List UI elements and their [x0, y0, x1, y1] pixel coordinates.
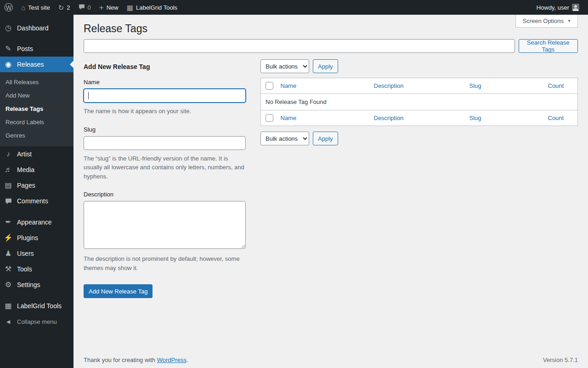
- footer-thanks: Thank you for creating with WordPress.: [84, 356, 188, 363]
- dashboard-icon: ◷: [4, 24, 13, 32]
- bulk-actions-toolbar-bottom: Bulk actions Apply: [260, 132, 578, 145]
- add-new-release-tag-button[interactable]: Add New Release Tag: [84, 284, 153, 298]
- sidebar-item-label: Users: [17, 250, 34, 257]
- search-button[interactable]: Search Release Tags: [519, 39, 578, 53]
- site-name: Test site: [28, 4, 50, 11]
- sidebar-item-pages[interactable]: ▤ Pages: [0, 178, 74, 193]
- account-menu[interactable]: Howdy, user: [532, 0, 583, 15]
- updates-menu[interactable]: ↻ 2: [54, 0, 74, 15]
- name-field-group: Name The name is how it appears on your …: [84, 79, 246, 116]
- release-tags-table: Name Description Slug Count No Release T…: [260, 78, 578, 126]
- select-all-checkbox[interactable]: [266, 82, 273, 90]
- updates-count: 2: [67, 4, 70, 11]
- name-input[interactable]: [84, 89, 246, 103]
- new-label: New: [107, 4, 119, 11]
- sort-name-header[interactable]: Name: [281, 82, 297, 89]
- grid-icon: ▦: [127, 4, 133, 11]
- submenu-item-all-releases[interactable]: All Releases: [0, 75, 74, 89]
- submenu-item-record-labels[interactable]: Record Labels: [0, 115, 74, 129]
- record-icon: ◉: [4, 61, 13, 68]
- brush-icon: ✒: [4, 218, 13, 226]
- slug-input[interactable]: [84, 136, 246, 150]
- sidebar-item-label: Posts: [17, 45, 33, 52]
- sidebar-item-label: Dashboard: [17, 24, 49, 32]
- version-text: Version 5.7.1: [543, 356, 578, 363]
- sidebar-item-settings[interactable]: ⚙ Settings: [0, 277, 74, 293]
- footer-thanks-text: Thank you for creating with: [84, 356, 155, 363]
- submenu-item-release-tags[interactable]: Release Tags: [0, 102, 74, 115]
- sidebar-item-media[interactable]: ♬ Media: [0, 162, 74, 178]
- labelgrid-label: LabelGrid Tools: [136, 4, 177, 11]
- sort-slug-header[interactable]: Slug: [469, 115, 481, 121]
- comments-menu[interactable]: 0: [74, 0, 95, 15]
- search-box: Search Release Tags: [84, 39, 578, 53]
- plug-icon: ⚡: [4, 234, 13, 242]
- wordpress-link[interactable]: WordPress: [157, 356, 187, 363]
- sidebar-item-posts[interactable]: ✎ Posts: [0, 41, 74, 57]
- tools-icon: ⚒: [4, 265, 13, 273]
- tags-list: Bulk actions Apply Name Description Slug…: [260, 58, 578, 145]
- sidebar-item-labelgrid-tools[interactable]: ▦ LabelGrid Tools: [0, 298, 74, 314]
- grid-icon: ▦: [4, 302, 13, 310]
- sidebar-item-label: Plugins: [17, 234, 38, 242]
- description-field-group: Description The description is not promi…: [84, 191, 246, 272]
- bulk-actions-select[interactable]: Bulk actions: [260, 59, 309, 73]
- sidebar-item-artist[interactable]: ♪ Artist: [0, 146, 74, 162]
- apply-button[interactable]: Apply: [313, 132, 338, 145]
- sort-description-header[interactable]: Description: [374, 82, 404, 89]
- submenu-item-genres[interactable]: Genres: [0, 129, 74, 142]
- name-help-text: The name is how it appears on your site.: [84, 107, 246, 116]
- screen-options-button[interactable]: Screen Options ▼: [515, 15, 578, 28]
- home-icon: ⌂: [21, 4, 25, 11]
- wordpress-menu[interactable]: Ⓦ: [0, 0, 17, 15]
- menu-separator: [0, 293, 74, 298]
- sort-name-header[interactable]: Name: [281, 115, 297, 121]
- description-label: Description: [84, 191, 246, 198]
- description-textarea[interactable]: [84, 201, 246, 249]
- empty-row: No Release Tag Found: [261, 94, 578, 110]
- person-icon: ♟: [4, 250, 13, 257]
- comments-bubble-icon: [79, 4, 85, 11]
- site-menu[interactable]: ⌂ Test site: [17, 0, 54, 15]
- text-caret: [88, 92, 89, 99]
- form-heading: Add New Release Tag: [84, 63, 246, 70]
- sidebar-item-users[interactable]: ♟ Users: [0, 246, 74, 261]
- menu-separator: [0, 209, 74, 214]
- page-title: Release Tags: [84, 22, 578, 35]
- sidebar-item-appearance[interactable]: ✒ Appearance: [0, 214, 74, 230]
- releases-submenu: All Releases Add New Release Tags Record…: [0, 72, 74, 146]
- sidebar-item-label: Comments: [17, 197, 48, 205]
- admin-bar-right: Howdy, user: [532, 0, 588, 15]
- comments-bubble-icon: [4, 198, 13, 205]
- sidebar-item-comments[interactable]: Comments: [0, 193, 74, 209]
- submenu-item-add-new[interactable]: Add New: [0, 89, 74, 102]
- howdy-text: Howdy, user: [537, 4, 569, 11]
- sidebar-item-label: Pages: [17, 182, 35, 189]
- labelgrid-tools-menu[interactable]: ▦ LabelGrid Tools: [123, 0, 181, 15]
- collapse-arrow-icon: ◀: [4, 319, 13, 324]
- apply-button[interactable]: Apply: [313, 59, 338, 73]
- new-content-menu[interactable]: + New: [95, 0, 123, 15]
- sort-count-header[interactable]: Count: [548, 115, 564, 121]
- sort-slug-header[interactable]: Slug: [469, 82, 481, 89]
- empty-message: No Release Tag Found: [261, 94, 578, 110]
- sidebar-item-dashboard[interactable]: ◷ Dashboard: [0, 20, 74, 36]
- description-help-text: The description is not prominent by defa…: [84, 254, 246, 272]
- search-input[interactable]: [84, 39, 515, 53]
- wordpress-logo-icon: Ⓦ: [4, 3, 13, 12]
- bulk-actions-select[interactable]: Bulk actions: [260, 132, 309, 145]
- comments-count: 0: [88, 4, 91, 11]
- sidebar-item-plugins[interactable]: ⚡ Plugins: [0, 230, 74, 246]
- select-all-checkbox[interactable]: [266, 114, 273, 122]
- admin-footer: Thank you for creating with WordPress. V…: [84, 356, 578, 363]
- sidebar-item-releases[interactable]: ◉ Releases: [0, 57, 74, 72]
- sort-description-header[interactable]: Description: [374, 115, 404, 121]
- sort-count-header[interactable]: Count: [548, 82, 564, 89]
- music-note-icon: ♪: [4, 150, 13, 158]
- sidebar-item-label: Artist: [17, 150, 32, 158]
- collapse-menu-button[interactable]: ◀ Collapse menu: [0, 314, 74, 329]
- plus-icon: +: [99, 4, 104, 12]
- sidebar-item-tools[interactable]: ⚒ Tools: [0, 261, 74, 277]
- slug-field-group: Slug The “slug” is the URL-friendly vers…: [84, 126, 246, 181]
- settings-sliders-icon: ⚙: [4, 281, 13, 288]
